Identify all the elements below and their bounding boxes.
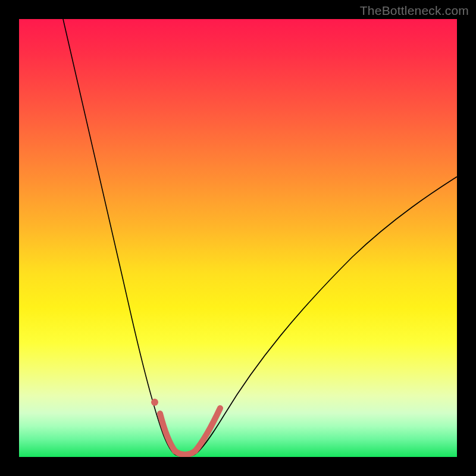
plot-area [19, 19, 457, 457]
bottleneck-curve-right [193, 177, 457, 455]
outer-frame: TheBottleneck.com [0, 0, 476, 476]
curve-layer [19, 19, 457, 457]
watermark-text: TheBottleneck.com [360, 4, 469, 18]
highlight-segment-right [195, 408, 220, 451]
highlight-segment-bottom [175, 451, 195, 455]
bottleneck-curve-left [63, 19, 176, 455]
highlight-dot-icon [151, 399, 158, 406]
